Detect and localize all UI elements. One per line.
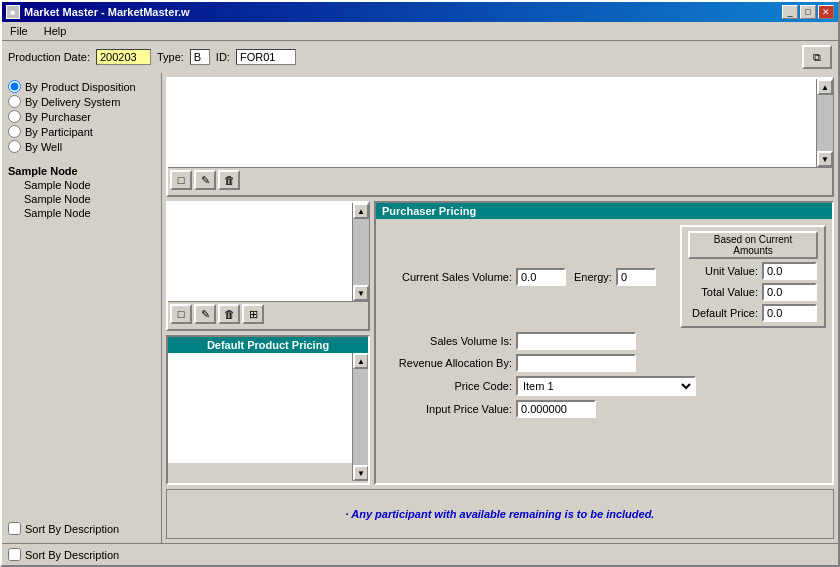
pp-row-revenue-allocation: Revenue Allocation By:: [382, 354, 826, 372]
pp-body: Current Sales Volume: Energy: Based on C…: [376, 219, 832, 483]
top-new-button[interactable]: □: [170, 170, 192, 190]
dpp-scroll-up[interactable]: ▲: [353, 353, 369, 369]
window-icon: ■: [6, 5, 20, 19]
top-panel-scroll-track[interactable]: [817, 95, 833, 151]
sort-checkbox[interactable]: [8, 522, 21, 535]
revenue-allocation-label: Revenue Allocation By:: [382, 357, 512, 369]
tree-item-2[interactable]: Sample Node: [8, 192, 155, 206]
dpp-scroll-track[interactable]: [353, 369, 369, 465]
maximize-button[interactable]: □: [800, 5, 816, 19]
price-code-select[interactable]: Item 1 Item 2 Item 3: [516, 376, 696, 396]
type-input[interactable]: [190, 49, 210, 65]
radio-by-delivery-system[interactable]: By Delivery System: [8, 94, 155, 109]
bottom-panel: · Any participant with available remaini…: [166, 489, 834, 539]
default-price-row: Default Price:: [688, 304, 818, 322]
middle-edit-button[interactable]: ✎: [194, 304, 216, 324]
sort-label: Sort By Description: [25, 523, 119, 535]
minimize-button[interactable]: _: [782, 5, 798, 19]
default-price-label: Default Price:: [688, 307, 758, 319]
current-sales-volume-input[interactable]: [516, 268, 566, 286]
type-label: Type:: [157, 51, 184, 63]
sort-checkbox-container: Sort By Description: [8, 522, 119, 535]
top-edit-button[interactable]: ✎: [194, 170, 216, 190]
middle-left: ▲ ▼ □ ✎ 🗑 ⊞: [166, 201, 370, 485]
unit-value-label: Unit Value:: [688, 265, 758, 277]
top-edit-icon: ✎: [201, 174, 210, 187]
status-sort-checkbox[interactable]: [8, 548, 21, 561]
middle-panel-toolbar: □ ✎ 🗑 ⊞: [168, 301, 368, 326]
top-panel-toolbar: □ ✎ 🗑: [168, 167, 832, 192]
sales-volume-is-input[interactable]: [516, 332, 636, 350]
middle-grid-icon: ⊞: [249, 308, 258, 321]
top-delete-icon: 🗑: [224, 174, 235, 186]
energy-label: Energy:: [574, 271, 612, 283]
status-sort-label: Sort By Description: [25, 549, 119, 561]
title-bar: ■ Market Master - MarketMaster.w _ □ ✕: [2, 2, 838, 22]
status-bar: Sort By Description: [2, 543, 838, 565]
total-value-input[interactable]: [762, 283, 817, 301]
menu-help[interactable]: Help: [40, 24, 71, 38]
window-title: Market Master - MarketMaster.w: [24, 6, 190, 18]
top-new-icon: □: [178, 174, 185, 186]
top-panel-scroll-up[interactable]: ▲: [817, 79, 833, 95]
top-panel-scrollbar: ▲ ▼: [816, 79, 832, 167]
main-content: By Product Disposition By Delivery Syste…: [2, 73, 838, 543]
dpp-list[interactable]: [168, 353, 352, 463]
default-price-input[interactable]: [762, 304, 817, 322]
revenue-allocation-input[interactable]: [516, 354, 636, 372]
toolbar: Production Date: Type: ID: ⧉: [2, 41, 838, 73]
unit-value-row: Unit Value:: [688, 262, 818, 280]
top-panel-textarea[interactable]: [168, 79, 816, 167]
top-delete-button[interactable]: 🗑: [218, 170, 240, 190]
middle-section: ▲ ▼ □ ✎ 🗑 ⊞: [166, 201, 834, 485]
dpp-scroll-down[interactable]: ▼: [353, 465, 369, 481]
middle-grid-button[interactable]: ⊞: [242, 304, 264, 324]
id-label: ID:: [216, 51, 230, 63]
unit-value-input[interactable]: [762, 262, 817, 280]
copy-icon: ⧉: [813, 51, 821, 64]
tree-item-3[interactable]: Sample Node: [8, 206, 155, 220]
middle-scroll-up[interactable]: ▲: [353, 203, 369, 219]
dpp-header: Default Product Pricing: [168, 337, 368, 353]
bottom-message: · Any participant with available remaini…: [346, 508, 655, 520]
prod-date-input[interactable]: [96, 49, 151, 65]
sidebar: By Product Disposition By Delivery Syste…: [2, 73, 162, 543]
radio-by-well[interactable]: By Well: [8, 139, 155, 154]
pp-row-sales-volume: Current Sales Volume: Energy: Based on C…: [382, 225, 826, 328]
middle-scroll-track[interactable]: [353, 219, 369, 285]
status-sort-container: Sort By Description: [8, 548, 119, 561]
middle-panel-textarea[interactable]: [168, 203, 352, 301]
total-value-label: Total Value:: [688, 286, 758, 298]
main-window: ■ Market Master - MarketMaster.w _ □ ✕ F…: [0, 0, 840, 567]
id-input[interactable]: [236, 49, 296, 65]
copy-button[interactable]: ⧉: [802, 45, 832, 69]
radio-by-participant[interactable]: By Participant: [8, 124, 155, 139]
top-panel-scroll-down[interactable]: ▼: [817, 151, 833, 167]
middle-scroll-down[interactable]: ▼: [353, 285, 369, 301]
purchaser-pricing-panel: Purchaser Pricing Current Sales Volume: …: [374, 201, 834, 485]
prod-date-label: Production Date:: [8, 51, 90, 63]
input-price-value-input[interactable]: [516, 400, 596, 418]
pp-row-input-price: Input Price Value:: [382, 400, 826, 418]
default-product-pricing: Default Product Pricing ▲ ▼: [166, 335, 370, 485]
middle-new-button[interactable]: □: [170, 304, 192, 324]
menu-file[interactable]: File: [6, 24, 32, 38]
sales-volume-is-label: Sales Volume Is:: [382, 335, 512, 347]
radio-by-product-disposition[interactable]: By Product Disposition: [8, 79, 155, 94]
price-code-label: Price Code:: [382, 380, 512, 392]
tree-item-1[interactable]: Sample Node: [8, 178, 155, 192]
middle-panel: ▲ ▼ □ ✎ 🗑 ⊞: [166, 201, 370, 331]
pp-row-sales-volume-is: Sales Volume Is:: [382, 332, 826, 350]
pp-row-price-code: Price Code: Item 1 Item 2 Item 3: [382, 376, 826, 396]
middle-delete-icon: 🗑: [224, 308, 235, 320]
energy-input[interactable]: [616, 268, 656, 286]
middle-delete-button[interactable]: 🗑: [218, 304, 240, 324]
based-on-button[interactable]: Based on Current Amounts: [688, 231, 818, 259]
close-button[interactable]: ✕: [818, 5, 834, 19]
based-on-panel: Based on Current Amounts Unit Value: Tot…: [680, 225, 826, 328]
input-price-value-label: Input Price Value:: [382, 403, 512, 415]
total-value-row: Total Value:: [688, 283, 818, 301]
radio-by-purchaser[interactable]: By Purchaser: [8, 109, 155, 124]
middle-panel-scrollbar: ▲ ▼: [352, 203, 368, 301]
dpp-scrollbar: ▲ ▼: [352, 353, 368, 481]
